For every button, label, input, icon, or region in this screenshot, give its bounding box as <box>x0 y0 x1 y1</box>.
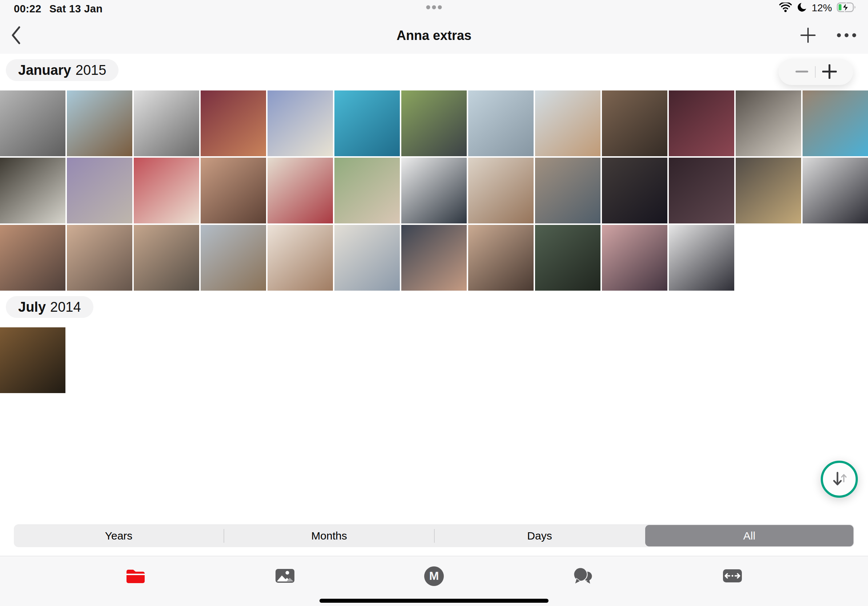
section-year-label: 2015 <box>76 59 107 81</box>
tab-bar: M <box>0 556 868 606</box>
thumbnail-zoom-control <box>778 59 853 85</box>
sort-arrows-icon <box>830 469 849 489</box>
chevron-left-icon <box>10 41 22 46</box>
section-month-label: July <box>18 296 46 318</box>
folder-icon <box>126 568 146 585</box>
photo-thumbnail[interactable] <box>803 158 868 223</box>
zoom-in-button[interactable] <box>816 64 843 80</box>
segment-divider <box>434 529 435 543</box>
photo-thumbnail[interactable] <box>468 90 533 156</box>
photo-thumbnail[interactable] <box>468 225 533 291</box>
tab-cloud-drive[interactable] <box>125 566 146 587</box>
photo-thumbnail[interactable] <box>535 90 600 156</box>
mega-photo-album-screen: 00:22 Sat 13 Jan <box>0 0 868 606</box>
photo-section: January2015 <box>0 59 868 291</box>
photo-thumbnail[interactable] <box>669 158 734 223</box>
status-date: Sat 13 Jan <box>50 3 102 15</box>
photo-thumbnail[interactable] <box>535 158 600 223</box>
section-year-label: 2014 <box>50 296 81 318</box>
photo-thumbnail[interactable] <box>134 225 199 291</box>
battery-percent: 12% <box>812 2 832 14</box>
ellipsis-icon <box>837 33 856 39</box>
section-month-label: January <box>18 59 71 81</box>
photo-thumbnail[interactable] <box>468 158 533 223</box>
photo-thumbnail[interactable] <box>0 225 65 291</box>
status-bar: 00:22 Sat 13 Jan <box>0 0 868 17</box>
photo-thumbnail[interactable] <box>67 158 132 223</box>
photo-thumbnail[interactable] <box>669 225 734 291</box>
photo-thumbnail[interactable] <box>669 90 734 156</box>
photo-thumbnail[interactable] <box>268 225 333 291</box>
mega-icon-letter: M <box>429 569 439 583</box>
photo-grid <box>0 90 868 291</box>
top-bars: 00:22 Sat 13 Jan <box>0 0 868 54</box>
section-date-pill: July2014 <box>6 296 93 318</box>
nav-bar: Anna extras <box>0 17 868 54</box>
tab-home[interactable]: M <box>423 566 445 587</box>
photo-thumbnail[interactable] <box>134 90 199 156</box>
mega-icon-circle: M <box>424 566 444 586</box>
section-date-pill: January2015 <box>6 59 118 81</box>
photo-thumbnail[interactable] <box>401 158 467 223</box>
zoom-out-button[interactable] <box>789 65 815 79</box>
home-indicator[interactable] <box>319 599 549 603</box>
plus-icon <box>800 27 816 45</box>
photo-thumbnail[interactable] <box>268 158 333 223</box>
back-button[interactable] <box>9 25 22 46</box>
minus-icon <box>795 65 808 79</box>
photo-thumbnail[interactable] <box>803 90 868 156</box>
photo-thumbnail[interactable] <box>67 225 132 291</box>
status-right: 12% <box>779 2 857 14</box>
view-option-years[interactable]: Years <box>14 525 223 546</box>
mega-icon: M <box>424 566 444 586</box>
moon-icon <box>797 2 807 14</box>
photo-thumbnail[interactable] <box>268 90 333 156</box>
photo-thumbnail[interactable] <box>335 158 400 223</box>
photo-thumbnail[interactable] <box>736 158 801 223</box>
photo-thumbnail[interactable] <box>201 90 266 156</box>
more-button[interactable] <box>837 33 856 39</box>
photo-thumbnail[interactable] <box>0 158 65 223</box>
photo-thumbnail[interactable] <box>736 90 801 156</box>
page-title: Anna extras <box>397 28 471 43</box>
sort-button[interactable] <box>821 461 858 498</box>
photo-thumbnail[interactable] <box>201 158 266 223</box>
transfers-icon <box>722 569 742 584</box>
photo-thumbnail[interactable] <box>134 158 199 223</box>
photo-thumbnail[interactable] <box>602 225 667 291</box>
photo-thumbnail[interactable] <box>67 90 132 156</box>
photo-thumbnail[interactable] <box>401 225 467 291</box>
photos-icon <box>275 569 295 584</box>
photo-thumbnail[interactable] <box>602 90 667 156</box>
plus-icon <box>822 64 837 80</box>
photo-thumbnail[interactable] <box>201 225 266 291</box>
photo-thumbnail[interactable] <box>401 90 467 156</box>
photo-sections: January2015July2014 <box>0 59 868 393</box>
view-option-days[interactable]: Days <box>436 525 644 546</box>
photo-thumbnail[interactable] <box>602 158 667 223</box>
photo-section: July2014 <box>0 296 868 393</box>
tab-transfers[interactable] <box>722 566 743 587</box>
chat-icon <box>573 567 594 586</box>
segment-divider <box>223 529 224 543</box>
multitask-dots-icon <box>426 5 442 11</box>
add-button[interactable] <box>800 27 816 45</box>
tab-photos[interactable] <box>274 566 296 587</box>
wifi-icon <box>779 3 792 14</box>
status-time: 00:22 <box>14 3 42 15</box>
view-option-months[interactable]: Months <box>225 525 433 546</box>
tab-chat[interactable] <box>573 566 594 587</box>
photo-thumbnail[interactable] <box>0 90 65 156</box>
photo-thumbnail[interactable] <box>535 225 600 291</box>
photo-thumbnail[interactable] <box>335 90 400 156</box>
battery-charging-icon <box>837 2 857 14</box>
status-left: 00:22 Sat 13 Jan <box>14 3 102 15</box>
view-option-all[interactable]: All <box>645 525 854 546</box>
photo-thumbnail[interactable] <box>0 327 65 393</box>
view-switcher: YearsMonthsDaysAll <box>14 524 854 547</box>
photo-thumbnail[interactable] <box>335 225 400 291</box>
photo-grid-area: January2015July2014 <box>0 54 868 606</box>
photo-grid <box>0 327 868 393</box>
